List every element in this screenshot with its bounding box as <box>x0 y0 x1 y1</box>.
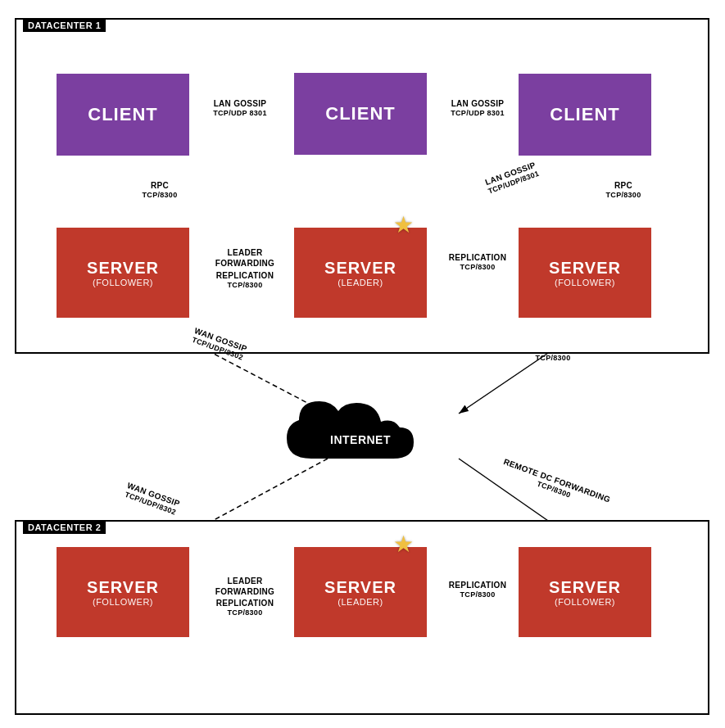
server3-dc1-sub: (FOLLOWER) <box>555 278 615 287</box>
server3-dc1-box: SERVER (FOLLOWER) <box>519 228 651 318</box>
server2-dc1-box: SERVER (LEADER) <box>294 228 427 318</box>
replication-dc1-right: REPLICATION TCP/8300 <box>433 252 523 273</box>
datacenter1-label: DATACENTER 1 <box>23 19 106 32</box>
server3-dc2-box: SERVER (FOLLOWER) <box>519 547 651 637</box>
rpc-label-left: RPC TCP/8300 <box>131 180 188 201</box>
server1-dc2-label: SERVER <box>87 578 159 597</box>
server2-dc1-sub: (LEADER) <box>338 278 383 287</box>
leader-star-dc2: ★ <box>393 531 414 558</box>
server1-dc2-sub: (FOLLOWER) <box>93 597 153 607</box>
client3-box: CLIENT <box>519 74 651 156</box>
lan-gossip-label-2: LAN GOSSIP TCP/UDP 8301 <box>433 98 523 119</box>
remote-dc-forwarding: REMOTE DC FORWARDING TCP/8300 <box>491 453 621 517</box>
datacenter2-label: DATACENTER 2 <box>23 521 106 534</box>
diagram-container: DATACENTER 1 DATACENTER 2 CLIENT CLIENT … <box>0 0 725 728</box>
cloud-svg: INTERNET <box>279 393 442 475</box>
server1-dc1-label: SERVER <box>87 259 159 278</box>
server2-dc2-sub: (LEADER) <box>338 597 383 607</box>
leader-star-dc1: ★ <box>393 211 414 238</box>
server3-dc2-sub: (FOLLOWER) <box>555 597 615 607</box>
internet-cloud: INTERNET <box>279 393 442 475</box>
lan-gossip-label-1: LAN GOSSIP TCP/UDP 8301 <box>195 98 285 119</box>
leader-forwarding-dc1: LEADER FORWARDING <box>200 247 290 269</box>
client2-box: CLIENT <box>294 73 427 155</box>
client1-box: CLIENT <box>57 74 189 156</box>
server1-dc2-box: SERVER (FOLLOWER) <box>57 547 189 637</box>
replication-dc2-left: REPLICATION TCP/8300 <box>200 598 290 618</box>
server1-dc1-box: SERVER (FOLLOWER) <box>57 228 189 318</box>
server3-dc1-label: SERVER <box>549 259 621 278</box>
server3-dc2-label: SERVER <box>549 578 621 597</box>
tcp8300-dc1-internet: TCP/8300 <box>524 354 582 364</box>
server1-dc1-sub: (FOLLOWER) <box>93 278 153 287</box>
rpc-label-right: RPC TCP/8300 <box>595 180 652 201</box>
server2-dc2-label: SERVER <box>324 578 396 597</box>
replication-dc1-left: REPLICATION TCP/8300 <box>200 270 290 291</box>
server2-dc2-box: SERVER (LEADER) <box>294 547 427 637</box>
server2-dc1-label: SERVER <box>324 259 396 278</box>
replication-dc2-right: REPLICATION TCP/8300 <box>433 580 523 600</box>
wan-gossip-dc2: WAN GOSSIP TCP/UDP/8302 <box>104 473 200 525</box>
leader-forwarding-dc2: LEADER FORWARDING <box>200 576 290 597</box>
svg-text:INTERNET: INTERNET <box>330 433 391 446</box>
